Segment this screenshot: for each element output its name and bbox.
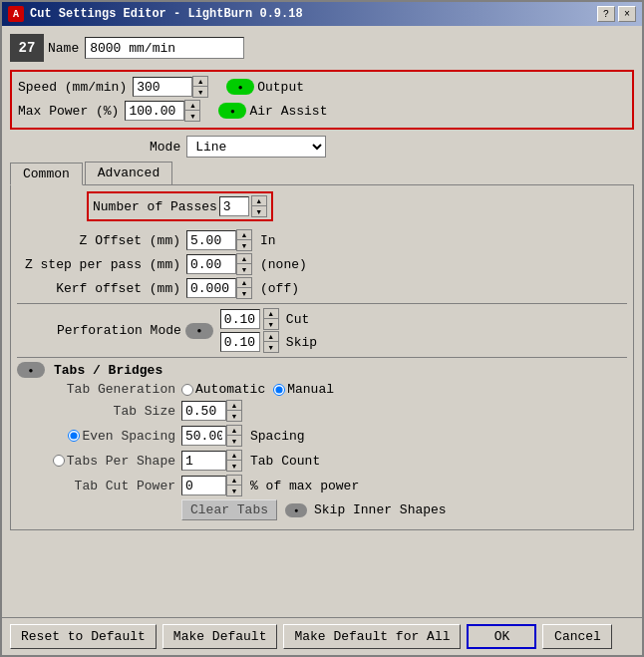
even-spacing-radio-label: Even Spacing <box>37 429 175 444</box>
tab-generation-row: Tab Generation Automatic Manual <box>37 382 627 397</box>
passes-input-group: Number of Passes ▲ ▼ <box>87 191 273 221</box>
tab-generation-label: Tab Generation <box>37 382 181 397</box>
tab-cut-power-down[interactable]: ▼ <box>227 486 241 495</box>
tabs-container: Common Advanced Number of Passes ▲ ▼ <box>10 162 634 530</box>
passes-input[interactable] <box>219 196 249 216</box>
power-down[interactable]: ▼ <box>185 111 199 121</box>
perforation-values: ▲ ▼ Cut ▲ ▼ Skip <box>220 308 317 353</box>
passes-label: Number of Passes <box>93 199 217 214</box>
even-spacing-row: Even Spacing ▲ ▼ Spacing <box>37 425 627 447</box>
power-spinner: ▲ ▼ <box>184 100 200 122</box>
perforation-row: Perforation Mode ● ▲ ▼ Cut <box>57 308 627 353</box>
z-step-down[interactable]: ▼ <box>237 264 251 274</box>
speed-down[interactable]: ▼ <box>193 87 207 97</box>
z-offset-right: In <box>260 233 276 248</box>
speed-label: Speed (mm/min) <box>18 80 127 95</box>
perf-cut-spinner: ▲ ▼ <box>263 308 279 330</box>
kerf-label: Kerf offset (mm) <box>17 281 186 296</box>
kerf-input[interactable] <box>186 278 236 298</box>
auto-radio[interactable] <box>181 384 193 396</box>
tab-advanced[interactable]: Advanced <box>85 162 172 184</box>
z-offset-down[interactable]: ▼ <box>237 240 251 250</box>
tab-cut-power-input[interactable] <box>181 476 226 495</box>
kerf-input-group: ▲ ▼ <box>186 277 252 299</box>
even-spacing-input-group: ▲ ▼ <box>181 425 242 447</box>
speed-up[interactable]: ▲ <box>193 77 207 87</box>
perf-skip-spinner: ▲ ▼ <box>263 331 279 353</box>
z-step-input[interactable] <box>186 254 236 274</box>
perf-skip-up[interactable]: ▲ <box>264 332 278 342</box>
dialog-content: 27 Name Speed (mm/min) ▲ ▼ ● Outpu <box>2 26 642 617</box>
output-led[interactable]: ● <box>226 79 254 95</box>
name-input[interactable] <box>85 37 244 59</box>
kerf-spinner: ▲ ▼ <box>236 277 252 299</box>
perforation-cut-row: ▲ ▼ Cut <box>220 308 317 330</box>
help-button[interactable]: ? <box>597 6 615 22</box>
z-offset-input[interactable] <box>186 230 236 250</box>
reset-default-button[interactable]: Reset to Default <box>10 624 157 649</box>
perf-cut-up[interactable]: ▲ <box>264 309 278 319</box>
output-toggle-group: ● Output <box>226 79 304 95</box>
tab-common[interactable]: Common <box>10 163 83 185</box>
z-step-up[interactable]: ▲ <box>237 254 251 264</box>
cut-label: Cut <box>286 312 309 327</box>
tab-cut-power-label: Tab Cut Power <box>37 479 181 493</box>
tabs-per-shape-down[interactable]: ▼ <box>227 461 241 471</box>
tab-size-up[interactable]: ▲ <box>227 401 241 411</box>
tab-size-down[interactable]: ▼ <box>227 411 241 421</box>
tab-size-label: Tab Size <box>37 404 181 419</box>
make-default-all-button[interactable]: Make Default for All <box>283 624 461 649</box>
close-button[interactable]: × <box>618 6 636 22</box>
tabs-per-shape-up[interactable]: ▲ <box>227 451 241 461</box>
air-assist-led[interactable]: ● <box>218 103 246 119</box>
z-offset-spinner: ▲ ▼ <box>236 229 252 251</box>
perf-cut-input[interactable] <box>220 309 260 329</box>
make-default-button[interactable]: Make Default <box>162 624 278 649</box>
tabs-toggle[interactable]: ● <box>17 362 45 378</box>
perforation-toggle[interactable]: ● <box>185 323 213 339</box>
tabs-per-shape-input[interactable] <box>181 451 226 471</box>
passes-up[interactable]: ▲ <box>252 196 266 206</box>
even-spacing-spinner: ▲ ▼ <box>226 425 242 447</box>
z-offset-label: Z Offset (mm) <box>17 233 186 248</box>
auto-radio-label: Automatic <box>181 382 265 397</box>
skip-inner-toggle[interactable]: ● <box>285 503 307 517</box>
passes-row: Number of Passes ▲ ▼ <box>17 191 627 225</box>
tabs-per-shape-row: Tabs Per Shape ▲ ▼ Tab Count <box>37 450 627 472</box>
perf-cut-down[interactable]: ▼ <box>264 319 278 329</box>
tab-cut-power-row: Tab Cut Power ▲ ▼ % of max power <box>37 475 627 496</box>
tabs-per-shape-radio[interactable] <box>53 455 65 467</box>
clear-tabs-button[interactable]: Clear Tabs <box>181 499 277 520</box>
kerf-up[interactable]: ▲ <box>237 278 251 288</box>
z-offset-up[interactable]: ▲ <box>237 230 251 240</box>
z-step-row: Z step per pass (mm) ▲ ▼ (none) <box>17 253 627 275</box>
manual-radio-text: Manual <box>287 382 334 397</box>
ok-button[interactable]: OK <box>467 624 536 649</box>
kerf-down[interactable]: ▼ <box>237 288 251 298</box>
tab-size-input[interactable] <box>181 401 226 421</box>
power-input[interactable] <box>125 101 184 121</box>
passes-down[interactable]: ▼ <box>252 206 266 216</box>
tab-count-label: Tab Count <box>250 454 320 469</box>
mode-select[interactable]: Line Fill Offset Fill <box>186 136 326 158</box>
tabs-per-shape-spinner: ▲ ▼ <box>226 450 242 472</box>
even-spacing-radio[interactable] <box>68 430 80 442</box>
passes-spinner: ▲ ▼ <box>251 195 267 217</box>
name-row: Name <box>48 37 634 59</box>
manual-radio[interactable] <box>273 384 285 396</box>
even-spacing-up[interactable]: ▲ <box>227 426 241 436</box>
power-up[interactable]: ▲ <box>185 101 199 111</box>
spacing-label: Spacing <box>250 429 305 444</box>
even-spacing-down[interactable]: ▼ <box>227 436 241 446</box>
separator-1 <box>17 303 627 304</box>
cancel-button[interactable]: Cancel <box>542 624 612 649</box>
perf-skip-input[interactable] <box>220 332 260 352</box>
mode-label: Mode <box>150 140 180 155</box>
tab-cut-power-up[interactable]: ▲ <box>227 476 241 486</box>
tabs-bridges-header: ● Tabs / Bridges <box>17 362 627 378</box>
even-spacing-input[interactable] <box>181 426 226 446</box>
skip-label: Skip <box>286 335 317 350</box>
perf-skip-down[interactable]: ▼ <box>264 342 278 352</box>
z-step-right: (none) <box>260 257 307 272</box>
speed-input[interactable] <box>133 77 192 97</box>
